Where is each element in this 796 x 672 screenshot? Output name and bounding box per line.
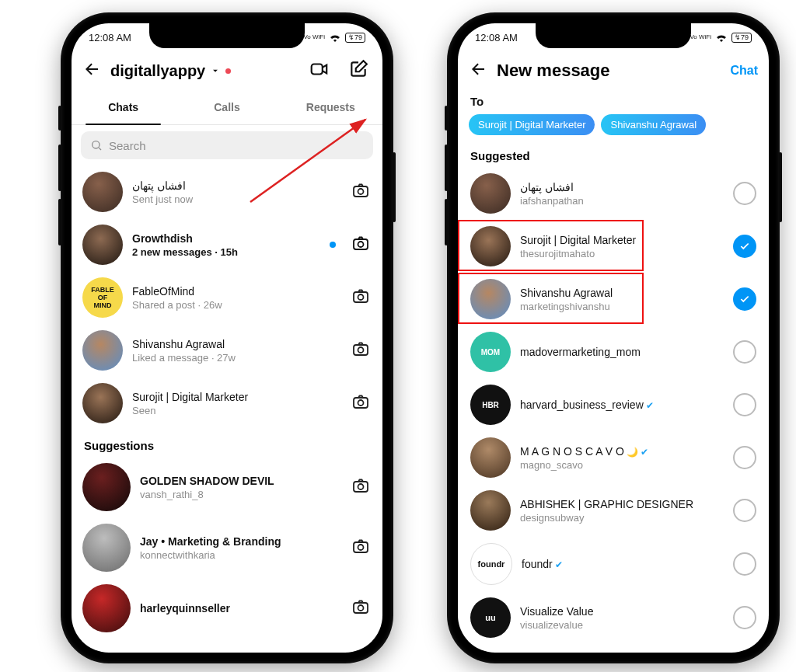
chat-name: Surojit | Digital Marketer (132, 391, 342, 403)
camera-button[interactable] (351, 537, 372, 559)
camera-button[interactable] (351, 181, 372, 203)
chat-row[interactable]: Growthdish 2 new messages · 15h (81, 218, 373, 271)
select-check[interactable] (733, 552, 756, 576)
suggestion-row[interactable]: GOLDEN SHADOW DEVIL vansh_rathi_8 (81, 457, 373, 517)
back-button[interactable] (82, 60, 104, 82)
check-icon (739, 241, 750, 252)
avatar (82, 383, 123, 423)
avatar (470, 279, 511, 319)
recipient-pill[interactable]: Surojit | Digital Marketer (469, 114, 595, 135)
chat-list[interactable]: افشاں پتھان Sent just now Growthdish 2 n… (72, 165, 382, 653)
tab-requests[interactable]: Requests (279, 90, 382, 124)
net-label: Vo WiFi (303, 34, 325, 40)
suggested-row[interactable]: ABHISHEK | GRAPHIC DESIGNERdesignsubway (469, 484, 758, 537)
chat-row[interactable]: افشاں پتھان Sent just now (81, 165, 373, 218)
suggested-row[interactable]: MOM madovermarketing_mom (469, 326, 758, 378)
select-check[interactable] (733, 182, 756, 205)
suggested-list[interactable]: افشاں پتھانiafshanpathan Surojit | Digit… (458, 167, 769, 653)
svg-point-1 (93, 141, 100, 148)
chat-action-button[interactable]: Chat (730, 64, 758, 78)
sugg-name: Surojit | Digital Marketer (520, 234, 724, 246)
wifi-icon (329, 33, 341, 42)
back-button[interactable] (469, 60, 491, 82)
camera-button[interactable] (351, 234, 372, 256)
sugg-name: Visualize Value (520, 605, 724, 618)
svg-rect-0 (312, 64, 323, 75)
wifi-icon (715, 33, 728, 42)
notification-dot (225, 68, 231, 74)
chat-row[interactable]: FABLEOFMIND FableOfMind Shared a post · … (81, 271, 373, 324)
sugg-name: ABHISHEK | GRAPHIC DESIGNER (520, 498, 724, 510)
suggested-row[interactable]: uu Visualize Valuevisualizevalue (469, 591, 758, 644)
recipients-field[interactable]: Surojit | Digital Marketer Shivanshu Agr… (458, 108, 769, 143)
camera-button[interactable] (351, 392, 372, 414)
avatar (82, 330, 123, 371)
suggested-row[interactable]: foundr foundr✔ (469, 537, 758, 591)
sugg-handle: konnectwithkaria (140, 549, 342, 561)
chat-sub: Shared a post · 26w (132, 299, 342, 311)
svg-rect-14 (354, 542, 368, 552)
suggested-row[interactable]: Surojit | Digital Marketerthesurojitmaha… (469, 220, 758, 273)
chat-row[interactable]: Surojit | Digital Marketer Seen (81, 377, 373, 430)
camera-icon (351, 392, 370, 411)
svg-rect-6 (354, 292, 368, 302)
chat-row[interactable]: Shivanshu Agrawal Liked a message · 27w (81, 324, 373, 377)
avatar (82, 584, 131, 632)
camera-button[interactable] (351, 597, 372, 619)
suggested-row[interactable]: HBR harvard_business_review✔ (469, 378, 758, 431)
video-call-button[interactable] (306, 56, 333, 85)
avatar: uu (470, 597, 511, 638)
arrow-left-icon (469, 60, 487, 78)
suggested-row[interactable]: M A G N O S C A V O🌙✔magno_scavo (469, 431, 758, 484)
avatar (82, 463, 131, 511)
sugg-name: madovermarketing_mom (520, 346, 724, 358)
dm-tabs: Chats Calls Requests (72, 90, 382, 125)
svg-rect-10 (354, 398, 368, 408)
select-check[interactable] (733, 606, 756, 629)
select-check[interactable] (733, 393, 756, 416)
chat-name: FableOfMind (132, 285, 342, 298)
svg-rect-16 (354, 603, 368, 613)
sugg-handle: designsubway (520, 512, 724, 524)
select-check[interactable] (733, 235, 756, 258)
svg-point-3 (358, 189, 364, 194)
select-check[interactable] (733, 287, 756, 311)
select-check[interactable] (733, 499, 756, 522)
compose-button[interactable] (345, 56, 372, 85)
sugg-handle: vansh_rathi_8 (140, 489, 342, 500)
suggested-row[interactable]: افشاں پتھانiafshanpathan (469, 167, 758, 220)
camera-icon (351, 339, 370, 358)
svg-rect-12 (354, 482, 368, 492)
avatar: MOM (470, 332, 511, 372)
sugg-name: افشاں پتھان (520, 181, 724, 193)
chat-sub: Liked a message · 27w (132, 352, 342, 364)
account-switcher[interactable]: digitallyappy (110, 62, 231, 80)
camera-button[interactable] (351, 287, 372, 308)
verified-icon: ✔ (641, 447, 648, 458)
avatar: foundr (470, 543, 512, 585)
recipient-pill[interactable]: Shivanshu Agrawal (601, 114, 706, 135)
tab-chats[interactable]: Chats (72, 90, 175, 124)
suggested-row[interactable]: Shivanshu Agrawalmarketingshivanshu (469, 273, 758, 326)
sugg-handle: marketingshivanshu (520, 301, 724, 312)
avatar (470, 173, 511, 214)
suggestion-row[interactable]: Jay • Marketing & Branding konnectwithka… (81, 517, 373, 578)
suggestion-row[interactable]: harleyquinnseller (81, 578, 373, 639)
camera-button[interactable] (351, 339, 372, 361)
phone-left: 12:08 AM Vo WiFi ↯79 digitallyappy (61, 12, 393, 663)
avatar (470, 490, 511, 531)
search-input[interactable]: Search (81, 131, 373, 159)
avatar (82, 172, 123, 212)
camera-icon (351, 181, 370, 200)
camera-button[interactable] (351, 476, 372, 498)
sugg-name: Jay • Marketing & Branding (140, 535, 342, 548)
select-check[interactable] (733, 340, 756, 364)
svg-point-7 (358, 294, 364, 300)
avatar (470, 437, 511, 478)
select-check[interactable] (733, 446, 756, 469)
chat-name: Growthdish (132, 232, 314, 245)
sugg-handle: visualizevalue (520, 619, 724, 631)
status-time: 12:08 AM (89, 32, 131, 44)
suggested-header: Suggested (458, 143, 769, 167)
tab-calls[interactable]: Calls (175, 90, 278, 124)
